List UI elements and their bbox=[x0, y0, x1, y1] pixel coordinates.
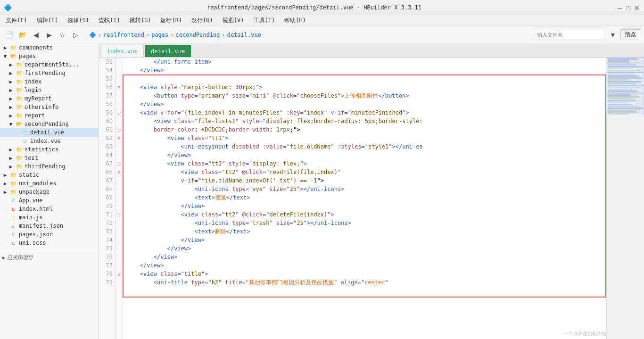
fold-72 bbox=[116, 219, 122, 227]
menu-tools[interactable]: 工具(T) bbox=[250, 16, 279, 25]
maximize-button[interactable]: □ bbox=[625, 4, 632, 11]
toolbar-forward[interactable]: ▶ bbox=[43, 29, 55, 41]
chevron-right-icon: ▶ bbox=[2, 172, 8, 178]
line-num-53: 53 bbox=[99, 58, 116, 66]
sidebar-item-static[interactable]: ▶ 📁 static bbox=[0, 171, 99, 179]
sidebar-item-myreport[interactable]: ▶ 📁 myReport bbox=[0, 94, 99, 103]
folder-icon: 📁 bbox=[10, 189, 17, 195]
fold-66[interactable]: ⊟ bbox=[116, 168, 122, 176]
line-num-54: 54 bbox=[99, 66, 116, 74]
menu-publish[interactable]: 发行(U) bbox=[188, 16, 217, 25]
code-line-60: <view class="file-lists1" style="display… bbox=[123, 117, 606, 125]
chevron-right-icon: ▶ bbox=[8, 164, 14, 170]
fold-61[interactable]: ⊟ bbox=[116, 125, 122, 134]
sidebar-item-pages-json[interactable]: ◻ pages.json bbox=[0, 230, 99, 239]
code-line-62: <view class="tt1"> bbox=[123, 134, 606, 142]
sidebar-item-detail-vue[interactable]: ◻ detail.vue bbox=[0, 128, 99, 137]
fold-60 bbox=[116, 117, 122, 125]
line-numbers: 53 54 55 56 57 58 59 60 61 62 63 64 65 6… bbox=[99, 58, 116, 339]
fold-65[interactable]: ⊟ bbox=[116, 159, 122, 168]
fold-56[interactable]: ⊟ bbox=[116, 83, 122, 91]
tab-detail-vue[interactable]: detail.vue bbox=[145, 45, 191, 57]
tab-index-vue[interactable]: index.vue bbox=[101, 45, 144, 57]
preview-button[interactable]: 预览 bbox=[620, 29, 640, 40]
sidebar-item-firstpending[interactable]: ▶ 📁 firstPending bbox=[0, 69, 99, 77]
code-line-68: <uni-icons type="eye" size="25"></uni-ic… bbox=[123, 185, 606, 193]
toolbar-separator bbox=[85, 30, 85, 40]
toolbar-bookmark[interactable]: ☆ bbox=[57, 29, 68, 41]
sidebar-label: pages bbox=[19, 53, 36, 59]
toolbar-filter[interactable]: ▼ bbox=[607, 29, 619, 41]
line-num-71: 71 bbox=[99, 210, 116, 219]
sidebar-item-pages[interactable]: ▼ 📂 pages bbox=[0, 52, 99, 60]
menu-help[interactable]: 帮助(H) bbox=[281, 16, 310, 25]
breadcrumb-realfrontend[interactable]: realfrontend bbox=[103, 32, 144, 38]
code-area[interactable]: </uni-forms-item> </view> <view style="m… bbox=[123, 58, 606, 339]
toolbar-new[interactable]: 📄 bbox=[4, 29, 15, 41]
fold-57 bbox=[116, 91, 122, 100]
menu-jump[interactable]: 跳转(G) bbox=[126, 16, 155, 25]
code-line-61: border-color: #DCDCDC;border-width: 1rpx… bbox=[123, 125, 606, 134]
js-file-icon: ◻ bbox=[10, 215, 17, 221]
sidebar-label: statistics bbox=[25, 146, 58, 153]
fold-64 bbox=[116, 151, 122, 159]
toolbar-open[interactable]: 📂 bbox=[17, 29, 28, 41]
menu-file[interactable]: 文件(F) bbox=[2, 16, 31, 25]
code-line-76: </view> bbox=[123, 253, 606, 261]
sidebar-item-index-vue[interactable]: ◻ index.vue bbox=[0, 137, 99, 145]
sidebar-label: detail.vue bbox=[30, 129, 64, 136]
menu-run[interactable]: 运行(R) bbox=[157, 16, 186, 25]
folder-icon: 📁 bbox=[16, 113, 23, 119]
fold-68 bbox=[116, 185, 122, 193]
toolbar: 📄 📂 ◀ ▶ ☆ ▷ 🔷 › realfrontend › pages › s… bbox=[0, 26, 644, 43]
minimap-viewport bbox=[607, 58, 644, 114]
toolbar-run[interactable]: ▷ bbox=[70, 29, 81, 41]
sidebar-item-login[interactable]: ▶ 📁 login bbox=[0, 86, 99, 94]
closed-label: 已关闭项目 bbox=[7, 254, 33, 261]
breadcrumb-logo: 🔷 bbox=[89, 32, 96, 38]
sidebar-item-thirdpending[interactable]: ▶ 📁 thirdPending bbox=[0, 162, 99, 171]
line-num-60: 60 bbox=[99, 117, 116, 125]
line-num-72: 72 bbox=[99, 219, 116, 227]
code-line-65: <view class="tt3" style="display: flex;"… bbox=[123, 159, 606, 168]
toolbar-back[interactable]: ◀ bbox=[30, 29, 41, 41]
fold-59[interactable]: ⊟ bbox=[116, 108, 122, 117]
sidebar-item-statistics[interactable]: ▶ 📁 statistics bbox=[0, 145, 99, 154]
file-search-input[interactable] bbox=[535, 30, 605, 40]
menu-select[interactable]: 选择(S) bbox=[64, 16, 93, 25]
breadcrumb-pages[interactable]: pages bbox=[151, 32, 168, 38]
sidebar-item-index-html[interactable]: ◻ index.html bbox=[0, 205, 99, 213]
fold-78[interactable]: ⊟ bbox=[116, 270, 122, 278]
sidebar-item-uni-modules[interactable]: ▶ 📁 uni_modules bbox=[0, 179, 99, 188]
breadcrumb: 🔷 › realfrontend › pages › secondPending… bbox=[89, 32, 533, 38]
menu-find[interactable]: 查找(I) bbox=[95, 16, 124, 25]
sidebar-item-othersinfo[interactable]: ▶ 📁 othersInfo bbox=[0, 103, 99, 111]
sidebar-item-uni-scss[interactable]: ◻ uni.scss bbox=[0, 239, 99, 247]
menu-edit[interactable]: 编辑(E) bbox=[33, 16, 62, 25]
sidebar-item-test[interactable]: ▶ 📁 test bbox=[0, 154, 99, 162]
sidebar-item-secondpending[interactable]: ▼ 📂 secondPending bbox=[0, 120, 99, 128]
sidebar-item-components[interactable]: ▶ 📁 components bbox=[0, 43, 99, 52]
breadcrumb-detail[interactable]: detail.vue bbox=[227, 32, 261, 38]
chevron-right-icon: ▶ bbox=[8, 96, 14, 102]
fold-62[interactable]: ⊟ bbox=[116, 134, 122, 142]
sidebar-item-app-vue[interactable]: ◻ App.vue bbox=[0, 196, 99, 205]
sidebar-item-report[interactable]: ▶ 📁 report bbox=[0, 111, 99, 120]
chevron-right-icon: ▶ bbox=[8, 62, 14, 68]
sidebar-item-main-js[interactable]: ◻ main.js bbox=[0, 213, 99, 222]
close-button[interactable]: ✕ bbox=[634, 4, 640, 11]
menu-view[interactable]: 视图(V) bbox=[219, 16, 248, 25]
tab-label: detail.vue bbox=[151, 48, 185, 55]
sidebar-label: manifest.json bbox=[19, 223, 63, 229]
fold-71[interactable]: ⊟ bbox=[116, 210, 122, 219]
sidebar-item-index[interactable]: ▶ 📁 index bbox=[0, 77, 99, 86]
sidebar-item-departmentsta[interactable]: ▶ 📁 departmentSta... bbox=[0, 60, 99, 69]
breadcrumb-secondpending[interactable]: secondPending bbox=[176, 32, 220, 38]
json-file-icon: ◻ bbox=[10, 232, 17, 238]
sidebar-item-manifest-json[interactable]: ◻ manifest.json bbox=[0, 222, 99, 230]
code-line-70: </view> bbox=[123, 202, 606, 210]
minimize-button[interactable]: ─ bbox=[617, 4, 623, 11]
tab-label: index.vue bbox=[107, 48, 138, 55]
fold-75 bbox=[116, 244, 122, 253]
sidebar-item-unpackage[interactable]: ▶ 📁 unpackage bbox=[0, 188, 99, 196]
